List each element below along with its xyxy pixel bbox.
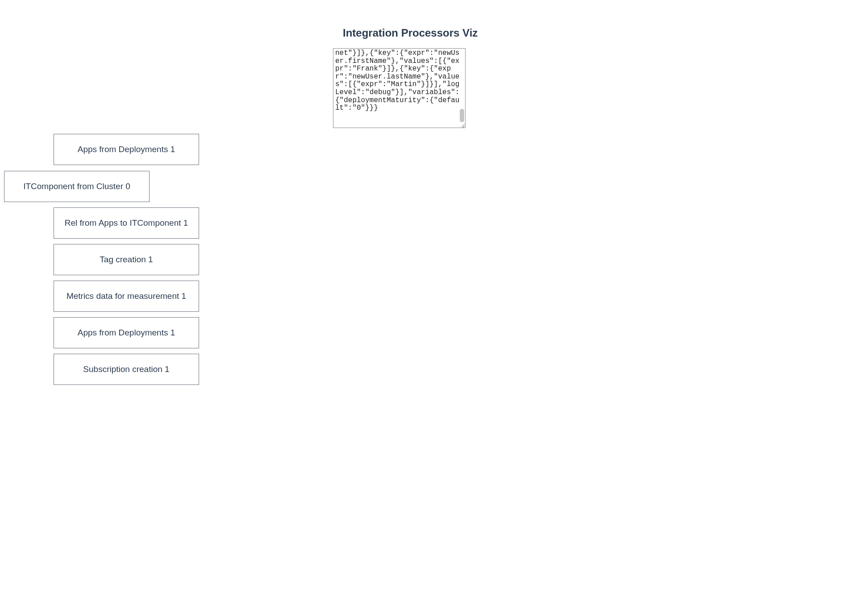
page-title: Integration Processors Viz (343, 27, 478, 39)
json-content: net"}]},{"key":{"expr":"newUser.firstNam… (335, 50, 463, 112)
node-label: Apps from Deployments 1 (78, 328, 175, 338)
node-label: Subscription creation 1 (83, 364, 169, 374)
scrollbar-thumb[interactable] (460, 109, 464, 122)
processor-node[interactable]: Metrics data for measurement 1 (54, 281, 199, 312)
processor-node[interactable]: Apps from Deployments 1 (54, 134, 199, 165)
scrollbar-track[interactable] (459, 50, 464, 122)
processor-node[interactable]: ITComponent from Cluster 0 (4, 171, 150, 202)
node-label: Rel from Apps to ITComponent 1 (65, 218, 188, 228)
node-label: Tag creation 1 (100, 255, 153, 265)
processor-node[interactable]: Subscription creation 1 (54, 354, 199, 385)
node-label: Metrics data for measurement 1 (67, 291, 186, 301)
processor-node[interactable]: Rel from Apps to ITComponent 1 (54, 207, 199, 239)
processor-node[interactable]: Apps from Deployments 1 (54, 317, 199, 348)
json-textarea[interactable]: net"}]},{"key":{"expr":"newUser.firstNam… (333, 48, 466, 128)
node-label: Apps from Deployments 1 (78, 145, 175, 154)
node-label: ITComponent from Cluster 0 (23, 182, 130, 191)
processor-node[interactable]: Tag creation 1 (54, 244, 199, 275)
resize-handle[interactable] (460, 122, 465, 128)
